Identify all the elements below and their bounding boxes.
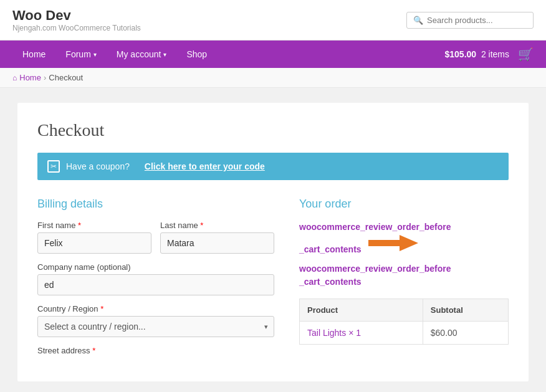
hook-link-2[interactable]: woocommerce_review_order_before _cart_co…: [299, 262, 509, 289]
checkout-title: Checkout: [37, 120, 509, 140]
coupon-notice: ✂ Have a coupon? Click here to enter you…: [37, 153, 509, 180]
street-row: Street address *: [37, 346, 274, 355]
nav-left: Home Forum ▾ My account ▾ Shop: [12, 41, 217, 68]
home-icon: ⌂: [12, 74, 17, 82]
table-header-subtotal: Subtotal: [423, 299, 508, 322]
breadcrumb-current: Checkout: [49, 73, 83, 82]
company-row: Company name (optional): [37, 262, 274, 295]
cart-total: $105.00 2 items: [444, 49, 509, 59]
hook2-line2-wrap: _cart_contents: [299, 275, 509, 289]
coupon-icon: ✂: [47, 160, 60, 173]
street-required: *: [92, 346, 95, 355]
myaccount-chevron-icon: ▾: [163, 51, 166, 58]
nav-right: $105.00 2 items 🛒: [444, 47, 534, 62]
checkout-columns: Billing details First name * Last name *: [37, 198, 509, 364]
site-branding: Woo Dev Njengah.com WooCommerce Tutorial…: [12, 7, 141, 32]
billing-title: Billing details: [37, 198, 274, 211]
page-content: Checkout ✂ Have a coupon? Click here to …: [5, 88, 541, 392]
checkout-wrapper: Checkout ✂ Have a coupon? Click here to …: [17, 103, 529, 381]
main-nav: Home Forum ▾ My account ▾ Shop $105.00 2…: [0, 41, 546, 68]
coupon-link[interactable]: Click here to enter your code: [145, 161, 265, 171]
hook2-line1-wrap: woocommerce_review_order_before: [299, 262, 509, 275]
breadcrumb-separator: ›: [44, 73, 46, 82]
nav-item-forum[interactable]: Forum ▾: [55, 41, 106, 68]
country-select-wrap: Select a country / region... ▾: [37, 316, 274, 337]
country-label: Country / Region *: [37, 304, 274, 313]
last-name-field: Last name *: [160, 221, 274, 254]
country-row: Country / Region * Select a country / re…: [37, 304, 274, 337]
order-table: Product Subtotal Tail Lights × 1 $60.00: [299, 299, 509, 345]
table-row: Tail Lights × 1 $60.00: [300, 322, 509, 345]
orange-arrow: [368, 234, 418, 256]
nav-item-home[interactable]: Home: [12, 41, 55, 68]
first-name-input[interactable]: [37, 232, 151, 254]
search-icon: 🔍: [413, 16, 423, 25]
first-name-field: First name *: [37, 221, 151, 254]
first-name-required: *: [78, 221, 81, 230]
breadcrumb: ⌂ Home › Checkout: [0, 68, 546, 88]
company-input[interactable]: [37, 274, 274, 295]
street-label: Street address *: [37, 346, 274, 355]
nav-item-shop[interactable]: Shop: [176, 41, 217, 68]
hook1-line1-wrap: woocommerce_review_order_before: [299, 221, 509, 234]
table-header-product: Product: [300, 299, 423, 322]
search-input[interactable]: [427, 16, 527, 25]
country-required: *: [100, 304, 103, 313]
cart-icon[interactable]: 🛒: [518, 47, 534, 62]
last-name-required: *: [200, 221, 203, 230]
product-link[interactable]: Tail Lights × 1: [307, 328, 361, 338]
first-name-label: First name *: [37, 221, 151, 230]
nav-item-myaccount[interactable]: My account ▾: [107, 41, 177, 68]
search-box[interactable]: 🔍: [406, 12, 534, 29]
company-label: Company name (optional): [37, 262, 274, 272]
forum-chevron-icon: ▾: [93, 51, 97, 58]
street-field: Street address *: [37, 346, 274, 355]
last-name-label: Last name *: [160, 221, 274, 230]
order-title: Your order: [299, 198, 509, 211]
table-cell-subtotal: $60.00: [423, 322, 508, 345]
company-field: Company name (optional): [37, 262, 274, 295]
hook1-line2-wrap: _cart_contents: [299, 234, 509, 256]
site-header: Woo Dev Njengah.com WooCommerce Tutorial…: [0, 0, 546, 41]
site-tagline: Njengah.com WooCommerce Tutorials: [12, 24, 141, 32]
coupon-text: Have a coupon?: [66, 161, 130, 171]
name-row: First name * Last name *: [37, 221, 274, 254]
last-name-input[interactable]: [160, 232, 274, 254]
svg-marker-0: [368, 235, 418, 251]
country-field: Country / Region * Select a country / re…: [37, 304, 274, 337]
site-title: Woo Dev: [12, 7, 141, 24]
breadcrumb-home-link[interactable]: Home: [19, 73, 41, 82]
table-cell-product: Tail Lights × 1: [300, 322, 423, 345]
billing-column: Billing details First name * Last name *: [37, 198, 274, 364]
country-select[interactable]: Select a country / region...: [37, 316, 274, 337]
order-column: Your order woocommerce_review_order_befo…: [299, 198, 509, 364]
hook-link-1[interactable]: woocommerce_review_order_before _cart_co…: [299, 221, 509, 256]
order-hooks: woocommerce_review_order_before _cart_co…: [299, 221, 509, 289]
